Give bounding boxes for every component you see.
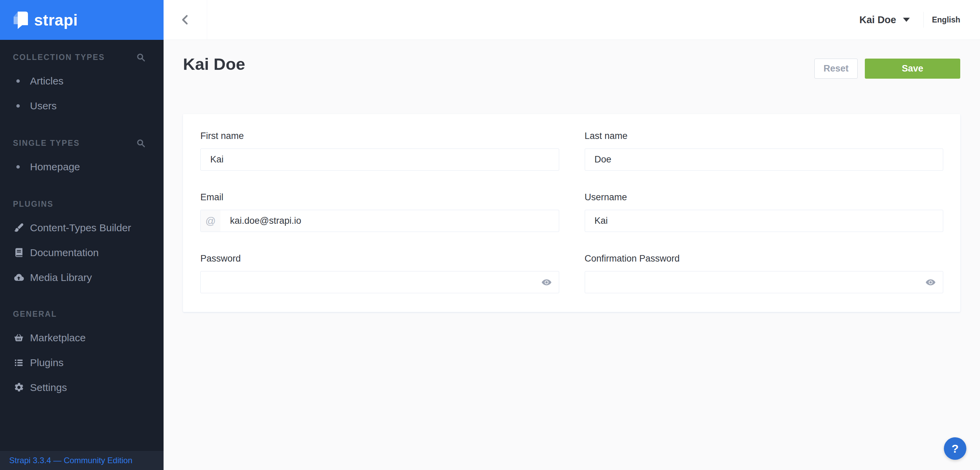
first-name-label: First name xyxy=(200,131,559,141)
eye-icon xyxy=(925,277,936,288)
bullet-icon xyxy=(16,104,20,108)
sidebar-item-documentation[interactable]: Documentation xyxy=(0,240,164,265)
password-input[interactable] xyxy=(201,272,534,293)
last-name-label: Last name xyxy=(585,131,943,141)
user-menu-dropdown[interactable]: Kai Doe xyxy=(859,14,910,25)
section-label: PLUGINS xyxy=(13,200,54,209)
sidebar-footer: Strapi 3.3.4 — Community Edition xyxy=(0,451,164,470)
sidebar-item-plugins[interactable]: Plugins xyxy=(0,350,164,375)
strapi-logo-icon xyxy=(13,11,29,29)
field-password: Password xyxy=(200,253,559,293)
field-last-name: Last name xyxy=(585,131,943,171)
bullet-icon xyxy=(16,165,20,168)
last-name-input[interactable] xyxy=(585,149,943,170)
sidebar: strapi COLLECTION TYPES Articles Users xyxy=(0,0,164,470)
main-content: Kai Doe Reset Save First name Last name … xyxy=(164,40,980,470)
section-label: SINGLE TYPES xyxy=(13,139,80,148)
book-icon xyxy=(13,247,24,259)
password-reveal-button[interactable] xyxy=(534,272,559,293)
search-icon[interactable] xyxy=(136,52,145,62)
email-label: Email xyxy=(200,192,559,202)
username-input[interactable] xyxy=(585,210,943,232)
eye-icon xyxy=(541,277,552,288)
help-button[interactable]: ? xyxy=(944,437,966,460)
user-form-card: First name Last name Email @ Usern xyxy=(183,114,960,312)
search-icon[interactable] xyxy=(136,138,145,148)
caret-down-icon xyxy=(903,18,910,22)
back-button[interactable] xyxy=(164,0,207,40)
page-title: Kai Doe xyxy=(183,54,245,73)
sidebar-item-media-library[interactable]: Media Library xyxy=(0,265,164,290)
paint-brush-icon xyxy=(13,222,24,233)
sidebar-item-users[interactable]: Users xyxy=(0,93,164,118)
list-icon xyxy=(13,357,24,368)
field-first-name: First name xyxy=(200,131,559,171)
sidebar-item-homepage[interactable]: Homepage xyxy=(0,154,164,179)
section-collection-types: COLLECTION TYPES Articles Users xyxy=(0,40,164,118)
sidebar-item-settings[interactable]: Settings xyxy=(0,375,164,400)
gear-icon xyxy=(13,382,24,393)
confirmation-password-input[interactable] xyxy=(585,272,919,293)
section-plugins: PLUGINS Content-Types Builder Documentat… xyxy=(0,179,164,290)
page-header: Kai Doe Reset Save xyxy=(164,40,980,79)
reset-button[interactable]: Reset xyxy=(815,59,858,79)
section-general: GENERAL Marketplace Plugins xyxy=(0,290,164,400)
logo-wordmark: strapi xyxy=(34,11,78,29)
section-label: COLLECTION TYPES xyxy=(13,53,105,62)
topbar-divider xyxy=(923,12,924,28)
password-label: Password xyxy=(200,253,559,264)
cloud-upload-icon xyxy=(13,272,24,283)
sidebar-item-content-types-builder[interactable]: Content-Types Builder xyxy=(0,215,164,240)
field-confirmation-password: Confirmation Password xyxy=(585,253,943,293)
save-button[interactable]: Save xyxy=(865,59,960,79)
section-single-types: SINGLE TYPES Homepage xyxy=(0,118,164,179)
sidebar-nav: COLLECTION TYPES Articles Users SINGLE T… xyxy=(0,40,164,400)
field-email: Email @ xyxy=(200,192,559,232)
username-label: Username xyxy=(585,192,943,202)
section-label: GENERAL xyxy=(13,310,57,319)
language-selector[interactable]: English xyxy=(932,15,960,24)
confirmation-password-reveal-button[interactable] xyxy=(918,272,943,293)
sidebar-item-articles[interactable]: Articles xyxy=(0,68,164,93)
email-input[interactable] xyxy=(221,210,559,232)
sidebar-item-marketplace[interactable]: Marketplace xyxy=(0,325,164,350)
topbar: Kai Doe English xyxy=(164,0,980,40)
form-grid: First name Last name Email @ Usern xyxy=(200,131,943,293)
first-name-input[interactable] xyxy=(201,149,559,170)
bullet-icon xyxy=(16,79,20,83)
at-sign-icon: @ xyxy=(201,210,221,232)
field-username: Username xyxy=(585,192,943,232)
version-link[interactable]: Strapi 3.3.4 — Community Edition xyxy=(9,456,132,465)
user-name: Kai Doe xyxy=(859,14,896,25)
page-actions: Reset Save xyxy=(815,59,960,79)
confirmation-password-label: Confirmation Password xyxy=(585,253,943,264)
strapi-logo[interactable]: strapi xyxy=(0,0,164,40)
basket-icon xyxy=(13,332,24,344)
topbar-spacer xyxy=(207,0,859,40)
chevron-left-icon xyxy=(180,14,191,25)
